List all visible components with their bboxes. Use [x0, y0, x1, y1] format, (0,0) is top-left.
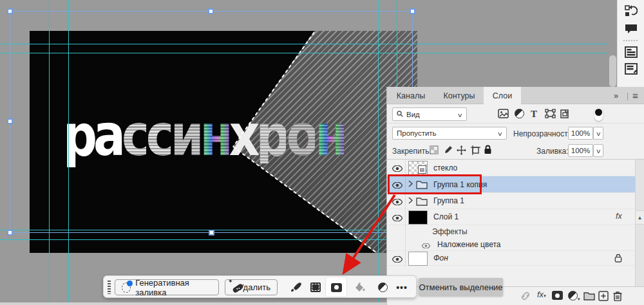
annotation-arrow	[0, 0, 644, 305]
photoshop-workspace: рассинхрон	[0, 0, 644, 305]
